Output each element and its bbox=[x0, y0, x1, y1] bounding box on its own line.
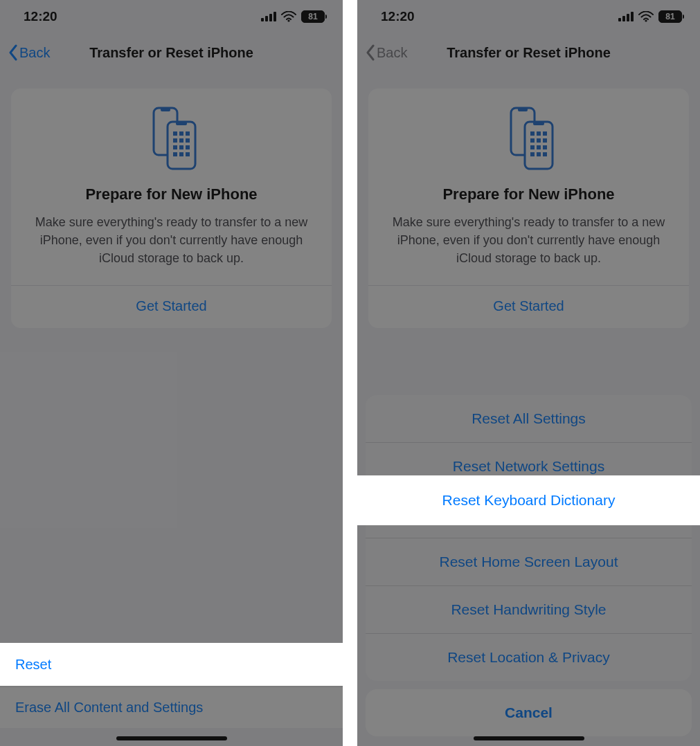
sheet-options-group: Reset All Settings Reset Network Setting… bbox=[366, 395, 692, 681]
svg-rect-19 bbox=[518, 108, 528, 111]
status-bar: 12:20 81 bbox=[357, 0, 700, 33]
status-time: 12:20 bbox=[381, 9, 415, 24]
status-bar: 12:20 81 bbox=[0, 0, 343, 33]
svg-rect-11 bbox=[173, 145, 177, 149]
svg-rect-32 bbox=[537, 152, 541, 156]
reset-action-sheet: Reset All Settings Reset Network Setting… bbox=[366, 395, 692, 736]
home-indicator bbox=[116, 736, 227, 740]
nav-title: Transfer or Reset iPhone bbox=[0, 45, 343, 61]
svg-rect-5 bbox=[173, 131, 177, 136]
svg-rect-21 bbox=[533, 122, 544, 125]
svg-rect-24 bbox=[543, 131, 547, 136]
screenshot-divider bbox=[343, 0, 357, 746]
wifi-icon bbox=[638, 11, 654, 22]
sheet-reset-location[interactable]: Reset Location & Privacy bbox=[366, 633, 692, 681]
sheet-reset-all[interactable]: Reset All Settings bbox=[366, 395, 692, 442]
battery-level: 81 bbox=[308, 12, 317, 21]
svg-rect-9 bbox=[179, 138, 183, 143]
reset-row-highlight[interactable]: Reset bbox=[0, 643, 343, 686]
erase-row[interactable]: Erase All Content and Settings bbox=[0, 686, 343, 728]
chevron-left-icon bbox=[8, 44, 18, 61]
card-title: Prepare for New iPhone bbox=[382, 185, 675, 203]
prepare-card: Prepare for New iPhone Make sure everyth… bbox=[11, 89, 332, 328]
svg-rect-6 bbox=[179, 131, 183, 136]
svg-rect-23 bbox=[537, 131, 541, 136]
svg-rect-7 bbox=[186, 131, 190, 136]
nav-title: Transfer or Reset iPhone bbox=[357, 45, 700, 61]
back-button[interactable]: Back bbox=[8, 44, 50, 61]
sheet-reset-handwriting[interactable]: Reset Handwriting Style bbox=[366, 585, 692, 633]
wifi-icon bbox=[281, 11, 296, 22]
screenshot-left: 12:20 81 Back Transfer or Reset iPhone bbox=[0, 0, 343, 746]
screenshot-right: 12:20 81 Back Transfer or Reset iPhone bbox=[357, 0, 700, 746]
svg-rect-13 bbox=[186, 145, 190, 149]
sheet-cancel-button[interactable]: Cancel bbox=[366, 689, 692, 736]
status-icons: 81 bbox=[618, 10, 682, 23]
svg-rect-2 bbox=[161, 108, 170, 111]
two-phones-icon bbox=[144, 107, 199, 170]
svg-rect-28 bbox=[530, 145, 535, 149]
battery-level: 81 bbox=[665, 12, 674, 21]
chevron-left-icon bbox=[366, 44, 375, 61]
card-desc: Make sure everything's ready to transfer… bbox=[25, 213, 318, 267]
svg-rect-31 bbox=[530, 152, 535, 156]
back-button[interactable]: Back bbox=[366, 44, 407, 61]
status-time: 12:20 bbox=[24, 9, 57, 24]
svg-rect-30 bbox=[543, 145, 547, 149]
prepare-card: Prepare for New iPhone Make sure everyth… bbox=[368, 89, 689, 328]
battery-icon: 81 bbox=[658, 10, 682, 23]
svg-rect-12 bbox=[179, 145, 183, 149]
card-desc: Make sure everything's ready to transfer… bbox=[382, 213, 675, 267]
get-started-button[interactable]: Get Started bbox=[382, 286, 675, 328]
nav-bar: Back Transfer or Reset iPhone bbox=[0, 33, 343, 72]
status-icons: 81 bbox=[261, 10, 325, 23]
cellular-icon bbox=[261, 12, 276, 21]
back-label: Back bbox=[377, 45, 407, 61]
svg-rect-22 bbox=[530, 131, 535, 136]
svg-rect-29 bbox=[537, 145, 541, 149]
svg-rect-16 bbox=[186, 152, 190, 156]
svg-rect-14 bbox=[173, 152, 177, 156]
sheet-reset-keyboard-highlight[interactable]: Reset Keyboard Dictionary bbox=[357, 475, 700, 525]
svg-rect-33 bbox=[543, 152, 547, 156]
svg-rect-27 bbox=[543, 138, 547, 143]
svg-rect-8 bbox=[173, 138, 177, 143]
get-started-button[interactable]: Get Started bbox=[25, 286, 318, 328]
svg-point-17 bbox=[645, 19, 647, 21]
two-phones-icon bbox=[501, 107, 557, 170]
battery-icon: 81 bbox=[301, 10, 325, 23]
svg-rect-25 bbox=[530, 138, 535, 143]
home-indicator bbox=[474, 736, 584, 740]
svg-rect-4 bbox=[176, 122, 187, 125]
back-label: Back bbox=[19, 45, 50, 61]
nav-bar: Back Transfer or Reset iPhone bbox=[357, 33, 700, 72]
sheet-reset-home[interactable]: Reset Home Screen Layout bbox=[366, 538, 692, 585]
svg-rect-10 bbox=[186, 138, 190, 143]
svg-rect-15 bbox=[179, 152, 183, 156]
svg-rect-26 bbox=[537, 138, 541, 143]
card-title: Prepare for New iPhone bbox=[25, 185, 318, 203]
cellular-icon bbox=[618, 12, 634, 21]
svg-point-0 bbox=[287, 19, 289, 21]
